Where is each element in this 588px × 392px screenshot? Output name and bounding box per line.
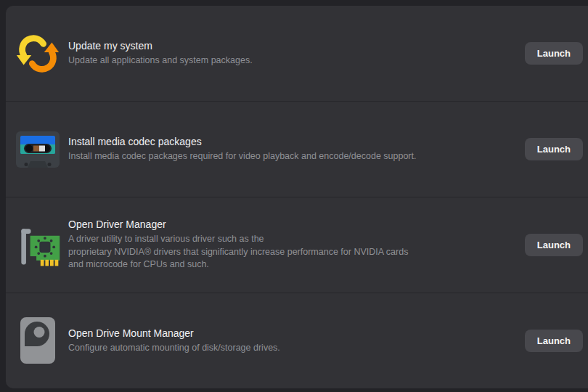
task-description: Install media codec packages required fo… <box>68 150 525 163</box>
launch-codecs-button[interactable]: Launch <box>525 138 583 160</box>
task-text-media-codecs: Install media codec packages Install med… <box>68 136 525 163</box>
task-title: Update my system <box>68 40 525 52</box>
task-row-driver-manager: Open Driver Manager A driver utility to … <box>6 197 588 293</box>
launch-driver-manager-button[interactable]: Launch <box>525 234 583 256</box>
task-row-update-system: Update my system Update all applications… <box>6 6 588 101</box>
media-codec-cassette-icon <box>13 128 62 171</box>
task-description: Update all applications and system packa… <box>68 54 525 68</box>
task-text-driver-manager: Open Driver Manager A driver utility to … <box>68 219 525 271</box>
task-text-drive-mount: Open Drive Mount Manager Configure autom… <box>68 327 525 355</box>
task-text-update-system: Update my system Update all applications… <box>68 40 525 68</box>
task-row-media-codecs: Install media codec packages Install med… <box>6 101 588 197</box>
launch-update-button[interactable]: Launch <box>525 42 583 65</box>
drive-mount-icon <box>13 316 62 367</box>
task-row-drive-mount: Open Drive Mount Manager Configure autom… <box>6 293 588 388</box>
task-title: Install media codec packages <box>68 136 525 147</box>
task-title: Open Driver Manager <box>68 219 525 230</box>
driver-pci-card-icon <box>13 219 62 271</box>
task-title: Open Drive Mount Manager <box>68 327 525 339</box>
task-description: A driver utility to install various driv… <box>68 233 525 271</box>
task-list-card: Update my system Update all applications… <box>6 6 588 388</box>
launch-drive-mount-button[interactable]: Launch <box>525 330 583 352</box>
task-description: Configure automatic mounting of disk/sto… <box>68 342 525 355</box>
system-update-icon <box>13 31 62 76</box>
